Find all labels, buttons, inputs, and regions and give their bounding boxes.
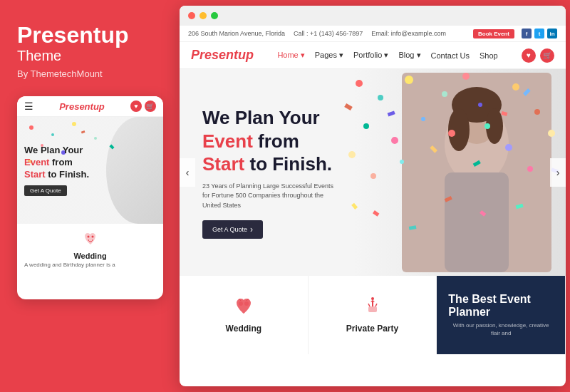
hero-line3-rest: to Finish. (249, 153, 332, 175)
mobile-logo: Presentup (59, 101, 105, 112)
nav-portfolio[interactable]: Portfolio ▾ (353, 51, 388, 60)
svg-rect-13 (445, 172, 509, 272)
topbar-left: 206 South Marion Avenue, Florida Call : … (188, 30, 446, 37)
best-planner-desc: With our passion, knowledge, creative fl… (448, 321, 554, 337)
mobile-icons: ♥ 🛒 (130, 100, 156, 112)
wedding-service-name: Wedding (226, 324, 261, 334)
svg-point-53 (371, 297, 374, 300)
mobile-hero-line1: We Plan Your (24, 145, 83, 155)
best-planner-title: The Best Event Planner (448, 293, 554, 319)
site-logo: Presentup (191, 48, 254, 63)
nav-home[interactable]: Home ▾ (277, 51, 304, 60)
service-card-wedding: Wedding (180, 276, 309, 354)
hero-title: We Plan Your Event from Start to Finish. (202, 106, 342, 176)
browser-chrome (180, 6, 566, 26)
hero-line2-rest: from (258, 130, 299, 152)
mobile-service-desc: A wedding and Birthday planner is a (24, 262, 156, 269)
left-panel: Presentup Theme By ThemetechMount ☰ Pres… (0, 0, 177, 392)
browser-maximize-dot (211, 12, 218, 19)
svg-rect-7 (81, 130, 86, 134)
svg-point-2 (72, 122, 76, 126)
brand-by: By ThemetechMount (17, 68, 160, 79)
site-topbar: 206 South Marion Avenue, Florida Call : … (180, 26, 566, 42)
brand-title: Presentup (17, 23, 160, 48)
mobile-user-icon: ♥ (130, 100, 142, 112)
brand-subtitle: Theme (17, 48, 160, 64)
service-card-best-planner: The Best Event Planner With our passion,… (437, 276, 566, 354)
topbar-email: Email: info@example.com (371, 30, 446, 37)
site-nav: Presentup Home ▾ Pages ▾ Portfolio ▾ Blo… (180, 42, 566, 69)
svg-rect-52 (368, 306, 377, 312)
wedding-icon (232, 294, 255, 319)
linkedin-icon[interactable]: in (547, 29, 557, 38)
bottom-section: Wedding Private Party The Best Event Pla… (180, 276, 566, 354)
nav-user-icon[interactable]: ♥ (522, 48, 536, 63)
nav-blog[interactable]: Blog ▾ (398, 51, 420, 60)
twitter-icon[interactable]: t (534, 29, 544, 38)
browser-close-dot (188, 12, 195, 19)
mobile-logo-area: Presentup (59, 101, 105, 112)
hero-subtitle: 23 Years of Planning Large Successful Ev… (202, 182, 342, 211)
svg-point-32 (370, 173, 376, 179)
browser-window: 206 South Marion Avenue, Florida Call : … (180, 6, 566, 386)
mobile-service-title: Wedding (24, 252, 156, 260)
facebook-icon[interactable]: f (522, 29, 532, 38)
svg-point-16 (448, 108, 470, 151)
logo-text: Presentup (191, 48, 254, 62)
nav-cart-icon[interactable]: 🛒 (540, 48, 554, 63)
mobile-cart-icon: 🛒 (145, 100, 156, 112)
hero-content: We Plan Your Event from Start to Finish.… (180, 89, 365, 256)
hero-person-image (402, 73, 551, 272)
book-event-button[interactable]: Book Event (473, 29, 514, 38)
topbar-address: 206 South Marion Avenue, Florida (188, 30, 285, 37)
mobile-top-bar: ☰ Presentup ♥ 🛒 (17, 96, 163, 117)
nav-links: Home ▾ Pages ▾ Portfolio ▾ Blog ▾ Contac… (277, 51, 497, 60)
hero-line3-red: Start (202, 153, 249, 175)
hero-cta-button[interactable]: Get A Quote (202, 220, 263, 239)
svg-rect-38 (388, 110, 395, 116)
hamburger-icon: ☰ (24, 100, 33, 112)
social-icons: f t in (522, 29, 557, 38)
browser-minimize-dot (200, 12, 207, 19)
hero-line2-red: Event (202, 130, 258, 152)
mobile-hero-line2: Event (24, 157, 52, 167)
hero-line1: We Plan Your (202, 107, 320, 128)
private-party-service-name: Private Party (346, 324, 398, 334)
topbar-phone: Call : +1 (143) 456-7897 (294, 30, 363, 37)
nav-icons: ♥ 🛒 (522, 48, 554, 63)
mobile-hero-from: from (52, 157, 73, 167)
hero-prev-arrow[interactable]: ‹ (180, 158, 195, 187)
private-party-icon (361, 294, 384, 319)
hero-section: We Plan Your Event from Start to Finish.… (180, 69, 566, 276)
svg-point-0 (29, 125, 33, 130)
service-card-private-party: Private Party (309, 276, 437, 354)
svg-point-17 (486, 108, 503, 144)
svg-point-18 (356, 80, 363, 87)
svg-point-19 (378, 95, 383, 100)
hero-next-arrow[interactable]: › (550, 158, 566, 187)
mobile-hero: We Plan Your Event from Start to Finish.… (17, 117, 163, 224)
mobile-hero-line3: Start (24, 169, 48, 180)
svg-point-27 (391, 137, 398, 144)
mobile-hero-text: We Plan Your Event from Start to Finish.… (17, 138, 96, 203)
svg-point-1 (51, 133, 54, 136)
mobile-mockup: ☰ Presentup ♥ 🛒 We Plan Your Event from … (17, 96, 163, 299)
svg-rect-44 (373, 210, 379, 217)
nav-shop[interactable]: Shop (480, 51, 498, 60)
nav-contact[interactable]: Contact Us (431, 51, 470, 60)
nav-pages[interactable]: Pages ▾ (315, 51, 343, 60)
mobile-service-icon (24, 229, 156, 249)
mobile-hero-image (106, 117, 163, 224)
svg-point-10 (91, 236, 93, 238)
confetti-container (338, 69, 566, 276)
svg-point-9 (87, 236, 89, 238)
topbar-right: Book Event f t in (473, 29, 557, 38)
mobile-cta-button[interactable]: Get A Quote (24, 185, 67, 196)
mobile-service-section: Wedding A wedding and Birthday planner i… (17, 224, 163, 274)
mobile-hero-to: to Finish. (48, 169, 89, 180)
